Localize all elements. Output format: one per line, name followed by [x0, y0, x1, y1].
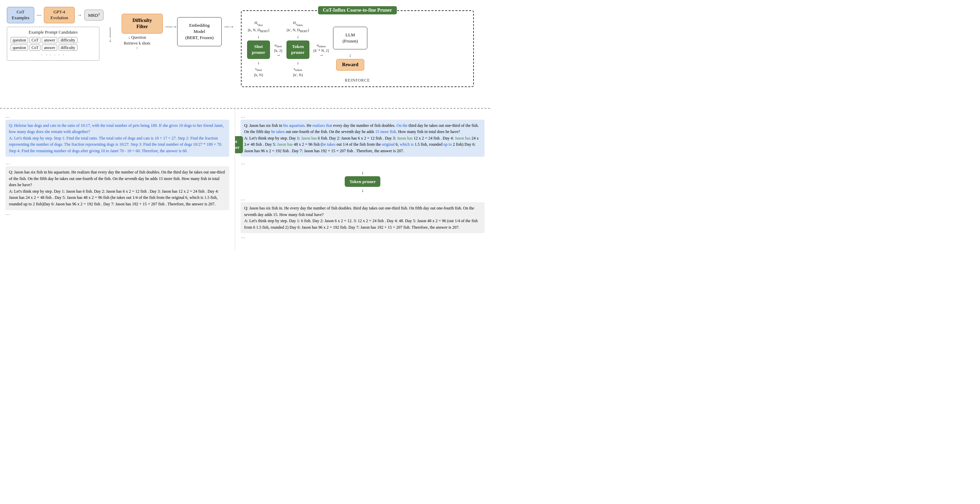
retrieve-label: Retrieve k shots	[124, 41, 150, 46]
embedding-model-box: EmbeddingModel(BERT, Frozen)	[177, 17, 222, 46]
s-shot-bracket: [k, N]	[254, 73, 263, 77]
cell-cot-2: CoT	[29, 45, 40, 51]
shot-pruner-label: Shotpruner	[252, 44, 265, 55]
s-shot-label: sshot	[255, 67, 262, 72]
shot-pruner-arrow-group: Shotpruner →	[235, 136, 250, 153]
a-shot-connector: ashot [k, 2] →	[274, 43, 282, 57]
right-a-2fish: 2 fish)	[452, 142, 464, 147]
right-q-out14: out one-fourth of the fish. On the seven…	[285, 129, 375, 134]
embedding-model-label: EmbeddingModel(BERT, Frozen)	[185, 22, 214, 40]
right-blue-upto: up to	[444, 142, 452, 147]
bottom-right-blue-box: Q: Jason has six fish in his aquarium. H…	[240, 120, 485, 157]
arrow2: →	[77, 12, 82, 18]
h-s-shot-bracket: [k, N, DBERT]	[248, 28, 269, 33]
cot-examples-box: CoTExamples	[7, 7, 34, 23]
left-group: CoTExamples — GPT-4Evolution → MRD3 Exam…	[7, 7, 106, 61]
a-token-bracket: [k′ * N, 2]	[313, 48, 329, 53]
prompt-candidates-title: Example Prompt Candidates	[11, 30, 95, 35]
mrd-box: MRD3	[84, 10, 103, 20]
a-shot-label: ashot	[275, 43, 282, 48]
right-green-j4: Jason has	[277, 142, 293, 147]
cell-difficulty-2: difficulty	[59, 45, 78, 51]
right-gray-q: Q: Jason has six fish in. He every day t…	[244, 206, 474, 217]
bottom-left-blue-box: Q: Heloise has dogs and cats in the rati…	[5, 120, 229, 157]
diagram-section: CoTExamples — GPT-4Evolution → MRD3 Exam…	[0, 0, 490, 108]
right-a-6: 6,	[395, 142, 400, 147]
prompt-row-1: question CoT answer difficulty	[11, 37, 95, 43]
mrd-label: MRD3	[88, 13, 100, 18]
cell-cot-1: CoT	[29, 37, 40, 43]
blue-answer: A: Let's think step by step. Step 1: Fin…	[9, 136, 222, 153]
llm-col: LLM(Frozen) ↓ Reward	[333, 27, 368, 71]
question-label: ↓ Question	[128, 35, 146, 40]
dots-right-1: …	[240, 113, 485, 120]
difficulty-group: DifficultyFilter ↓ Question Retrieve k s…	[111, 14, 163, 50]
token-pruner-diagram-label: Token pruner	[350, 179, 375, 184]
a-token-connector: atoken [k′ * N, 2] →	[313, 43, 329, 57]
right-green-j3: Jason has	[455, 136, 471, 140]
llm-label: LLM(Frozen)	[343, 32, 358, 43]
shot-pruner-box: Shotpruner	[247, 40, 270, 59]
gpt4-evolution-box: GPT-4Evolution	[44, 7, 75, 23]
dots-2: …	[5, 159, 229, 166]
a-shot-bracket: [k, 2]	[274, 48, 282, 53]
cell-question-2: question	[11, 45, 28, 51]
dots-1: …	[5, 113, 229, 120]
down-arrow-retrieve: ↑	[136, 46, 138, 50]
gray-answer: A: Let's think step by step. Day 1: Jaso…	[9, 189, 219, 206]
difficulty-filter-box: DifficultyFilter	[122, 14, 163, 33]
arrow1: —	[37, 12, 41, 18]
right-green-j1: Jason has	[301, 136, 317, 140]
right-blue-takes: he takes	[271, 129, 285, 134]
reinforce-label: REINFORCE	[247, 78, 468, 82]
llm-box: LLM(Frozen)	[333, 27, 368, 49]
right-a-6fish: 6 fish. Day 2: Jason has 6 x 2 = 12 fish…	[317, 136, 397, 140]
pruner-title: CoT-Influx Coarse-to-fine Pruner	[318, 6, 397, 14]
right-a-96: 48 x 2 = 96 fish (	[293, 142, 322, 147]
main-container: CoTExamples — GPT-4Evolution → MRD3 Exam…	[0, 0, 490, 252]
reward-label: Reward	[342, 62, 358, 67]
right-blue-q-pre: Q: Jason has six fish in	[244, 123, 283, 128]
h-arrow-embed: →	[165, 24, 177, 29]
dots-right-2: …	[240, 159, 485, 166]
right-a-24: 12 x 2 = 24 fish . Day 4:	[412, 136, 455, 140]
right-q-end: . How many fish in total does he have?	[396, 129, 460, 134]
token-pruner-label: Tokenpruner	[291, 44, 305, 55]
bottom-right: Shotpruner → … Q: Jason has six fish in …	[235, 109, 490, 250]
token-pruner-box: Tokenpruner	[286, 40, 309, 59]
h-s-shot-label: Hsshot	[254, 21, 262, 27]
h-s-token-label: Hstoken	[293, 21, 302, 27]
prompt-row-2: question CoT answer difficulty	[11, 45, 95, 51]
pruner-inner: Hsshot [k, N, DBERT] ↓ Shotpruner ↓ ssho…	[247, 21, 468, 77]
right-green-j2: Jason has	[397, 136, 413, 140]
reward-box: Reward	[336, 59, 364, 71]
cell-answer-2: answer	[42, 45, 57, 51]
cell-question-1: question	[11, 37, 28, 43]
bottom-left: … Q: Heloise has dogs and cats in the ra…	[0, 109, 235, 250]
prompt-dots: · · · · · ·	[11, 52, 95, 57]
right-a-15: 1.5 fish, rounded	[414, 142, 444, 147]
bottom-right-gray-box: Q: Jason has six fish in. He every day t…	[240, 202, 485, 233]
embedding-group: EmbeddingModel(BERT, Frozen)	[177, 17, 222, 46]
dots-right-4: …	[240, 233, 485, 240]
gray-question: Q: Jason has six fish in his aquarium. H…	[9, 170, 225, 187]
cell-difficulty-1: difficulty	[59, 37, 78, 43]
cot-examples-label: CoTExamples	[12, 9, 29, 20]
right-a-pre: A: Let's think step by step. Day 1:	[244, 136, 301, 140]
bottom-left-gray-box: Q: Jason has six fish in his aquarium. H…	[5, 166, 229, 210]
shot-pruner-col: Hsshot [k, N, DBERT] ↓ Shotpruner ↓ ssho…	[247, 21, 270, 77]
blue-question: Q: Heloise has dogs and cats in the rati…	[9, 123, 224, 134]
s-token-bracket: [k′, N]	[293, 73, 303, 77]
bottom-section: … Q: Heloise has dogs and cats in the ra…	[0, 108, 490, 250]
cell-answer-1: answer	[42, 37, 57, 43]
right-q-every: every day the number of fish doubles.	[332, 123, 396, 128]
s-token-label: stoken	[294, 67, 302, 72]
dots-right-3: …	[240, 195, 485, 202]
right-q-he: . He	[305, 123, 312, 128]
difficulty-filter-label: DifficultyFilter	[133, 18, 152, 29]
token-pruner-diagram-box: Token pruner	[345, 176, 380, 187]
right-blue-on: On the	[396, 123, 407, 128]
right-blue-which: which is	[400, 142, 414, 147]
token-pruner-label-row: ↓ Token pruner ↓	[240, 169, 485, 195]
right-a-out14: out 1/4 of the fish from the	[336, 142, 382, 147]
